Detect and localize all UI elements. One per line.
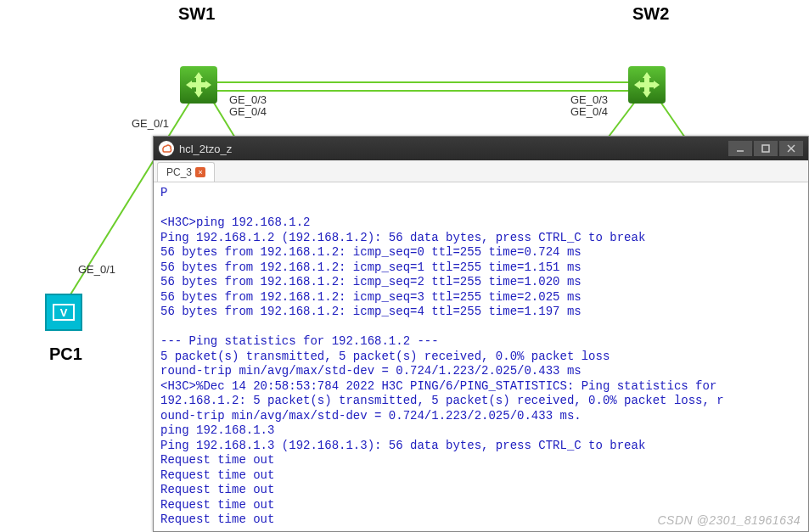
topology-canvas[interactable]: SW1 SW2 V <box>0 0 809 532</box>
minimize-icon <box>736 144 744 153</box>
sw1-device[interactable] <box>180 66 217 104</box>
svg-rect-11 <box>191 82 206 87</box>
svg-marker-9 <box>205 81 211 89</box>
terminal-output[interactable]: P <H3C>ping 192.168.1.2 Ping 192.168.1.2… <box>154 182 808 531</box>
watermark: CSDN @2301_81961634 <box>658 513 801 527</box>
port-label-sw2-ge04: GE_0/4 <box>570 105 608 118</box>
monitor-icon: V <box>53 304 75 321</box>
svg-marker-15 <box>654 81 660 89</box>
svg-marker-14 <box>634 81 640 89</box>
port-label-pc1-ge01: GE_0/1 <box>78 263 115 276</box>
close-icon <box>787 144 795 153</box>
port-label-sw1-ge04: GE_0/4 <box>229 105 267 118</box>
sw2-device[interactable] <box>628 66 666 104</box>
port-label-sw2-ge03: GE_0/3 <box>570 93 608 106</box>
svg-marker-12 <box>643 72 651 78</box>
pc1-device[interactable]: V <box>45 294 82 331</box>
port-label-sw1-ge03: GE_0/3 <box>229 93 267 106</box>
svg-marker-7 <box>194 92 203 98</box>
port-label-sw1-ge01: GE_0/1 <box>132 117 169 130</box>
terminal-window[interactable]: hcl_2tzo_z PC_3 × P <H3C>ping 192.168.1.… <box>153 136 809 532</box>
tab-pc3[interactable]: PC_3 × <box>157 162 215 182</box>
sw2-label: SW2 <box>632 4 669 24</box>
titlebar[interactable]: hcl_2tzo_z <box>154 137 808 160</box>
window-title: hcl_2tzo_z <box>179 143 727 155</box>
maximize-icon <box>761 144 770 153</box>
svg-marker-13 <box>643 92 651 98</box>
maximize-button[interactable] <box>754 141 778 156</box>
tab-close-icon[interactable]: × <box>195 167 205 177</box>
switch-arrows-icon <box>184 70 213 99</box>
close-button[interactable] <box>779 141 803 156</box>
app-logo-icon <box>159 141 174 156</box>
svg-rect-17 <box>639 82 655 87</box>
minimize-button[interactable] <box>728 141 752 156</box>
svg-marker-8 <box>186 81 192 89</box>
svg-rect-19 <box>762 145 769 152</box>
sw1-label: SW1 <box>178 4 215 24</box>
tab-label: PC_3 <box>166 166 192 178</box>
tab-bar[interactable]: PC_3 × <box>154 160 808 182</box>
pc1-label: PC1 <box>49 344 82 364</box>
svg-marker-6 <box>194 72 203 78</box>
switch-arrows-icon <box>632 70 661 99</box>
